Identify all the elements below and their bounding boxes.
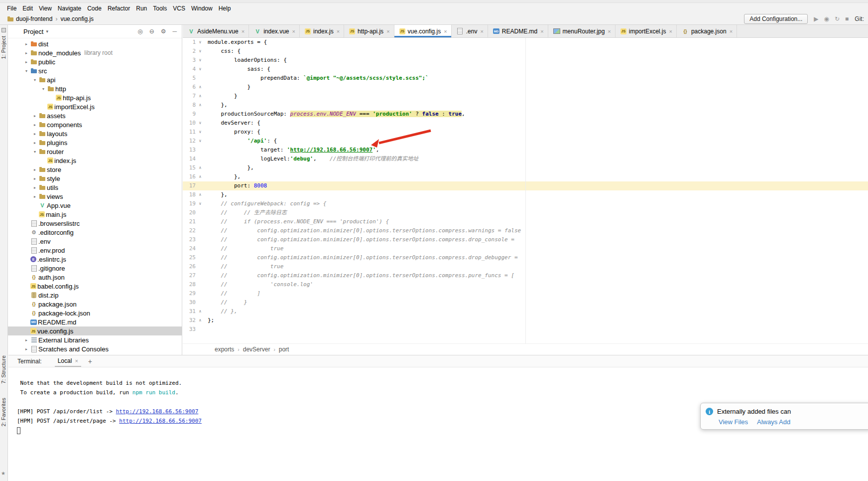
project-panel-title[interactable]: Project <box>23 28 43 35</box>
chevron-icon[interactable]: ▸ <box>32 167 38 172</box>
editor-tab-http-api-js[interactable]: JShttp-api.js× <box>344 25 394 37</box>
fold-icon[interactable]: ∨ <box>196 65 205 74</box>
chevron-icon[interactable]: ▸ <box>32 123 38 127</box>
add-terminal-icon[interactable]: + <box>88 357 92 365</box>
menu-window[interactable]: Window <box>188 4 216 13</box>
favorites-star-icon[interactable]: ★ <box>1 471 5 476</box>
settings-icon[interactable]: ⚙ <box>161 28 166 35</box>
terminal-link[interactable]: http://192.168.66.56:9007 <box>116 408 199 415</box>
chevron-icon[interactable]: ▾ <box>40 87 46 91</box>
stripe-project-button[interactable]: 1: Project <box>0 36 6 59</box>
chevron-icon[interactable]: ▸ <box>32 114 38 118</box>
view-files-link[interactable]: View Files <box>719 418 748 426</box>
tree-item-scratches-and-consoles[interactable]: ▸Scratches and Consoles <box>8 344 182 353</box>
menu-file[interactable]: File <box>4 4 19 13</box>
tab-close-icon[interactable]: × <box>292 28 295 34</box>
tree-item-editorconfig[interactable]: ⚙.editorconfig <box>8 228 182 237</box>
fold-icon[interactable]: ∨ <box>196 56 205 65</box>
editor-tab-asidemenu-vue[interactable]: VAsideMenu.vue× <box>183 25 249 37</box>
tree-item-views[interactable]: ▸views <box>8 192 182 201</box>
stripe-structure-button[interactable]: 7: Structure <box>0 355 6 384</box>
run-icon[interactable]: ▶ <box>814 15 818 22</box>
tree-item-package-lock-json[interactable]: {}package-lock.json <box>8 309 182 318</box>
add-configuration-button[interactable]: Add Configuration... <box>744 14 808 24</box>
tab-close-icon[interactable]: × <box>730 28 733 34</box>
tree-item-node-modules[interactable]: ▸node_moduleslibrary root <box>8 48 182 57</box>
tree-item-env-prod[interactable]: .env.prod <box>8 246 182 255</box>
fold-icon[interactable]: ∨ <box>196 119 205 128</box>
breadcrumb-project[interactable]: duoji-frontend <box>16 15 52 22</box>
terminal-link[interactable]: http://192.168.66.56:9007 <box>119 418 202 424</box>
editor-tab-index-vue[interactable]: Vindex.vue× <box>249 25 300 37</box>
tab-close-icon[interactable]: × <box>337 28 340 34</box>
rerun-icon[interactable]: ↻ <box>835 15 840 22</box>
tab-close-icon[interactable]: × <box>75 358 78 364</box>
chevron-icon[interactable]: ▸ <box>32 132 38 136</box>
chevron-icon[interactable]: ▾ <box>32 78 38 82</box>
stop-icon[interactable]: ■ <box>845 15 849 22</box>
chevron-icon[interactable]: ▸ <box>32 194 38 199</box>
fold-icon[interactable]: ∨ <box>196 38 205 47</box>
chevron-down-icon[interactable]: ▾ <box>46 29 48 34</box>
tree-item-components[interactable]: ▸components <box>8 120 182 129</box>
menu-navigate[interactable]: Navigate <box>55 4 84 13</box>
tree-item-babel-config-js[interactable]: JSbabel.config.js <box>8 282 182 291</box>
tree-item-layouts[interactable]: ▸layouts <box>8 129 182 138</box>
fold-icon[interactable]: ∨ <box>196 137 205 146</box>
tree-item-vue-config-js[interactable]: JSvue.config.js <box>8 326 182 335</box>
editor-tab-package-json[interactable]: {}package.json× <box>677 25 737 37</box>
chevron-icon[interactable]: ▸ <box>23 60 29 64</box>
menu-tools[interactable]: Tools <box>150 4 170 13</box>
breadcrumb-exports[interactable]: exports <box>215 346 234 353</box>
breadcrumb-devserver[interactable]: devServer <box>243 346 270 353</box>
debug-icon[interactable]: ◉ <box>824 15 829 22</box>
tree-item-api[interactable]: ▾api <box>8 75 182 84</box>
breadcrumb-port[interactable]: port <box>279 346 289 353</box>
menu-help[interactable]: Help <box>216 4 234 13</box>
tree-item-index-js[interactable]: JSindex.js <box>8 156 182 165</box>
chevron-icon[interactable]: ▸ <box>32 176 38 181</box>
tab-close-icon[interactable]: × <box>242 28 245 34</box>
tree-item-browserslistrc[interactable]: .browserslistrc <box>8 219 182 228</box>
menu-code[interactable]: Code <box>84 4 105 13</box>
fold-icon[interactable]: ∧ <box>196 83 205 92</box>
chevron-icon[interactable]: ▸ <box>32 141 38 145</box>
editor-tab-vue-config-js[interactable]: JSvue.config.js× <box>394 25 452 37</box>
fold-icon[interactable]: ∧ <box>196 163 205 172</box>
tree-item-plugins[interactable]: ▸plugins <box>8 138 182 147</box>
terminal-tab-local[interactable]: Local × <box>55 356 81 367</box>
fold-icon[interactable]: ∨ <box>196 199 205 208</box>
tree-item-main-js[interactable]: JSmain.js <box>8 210 182 219</box>
fold-icon[interactable]: ∧ <box>196 92 205 101</box>
menu-refactor[interactable]: Refactor <box>105 4 133 13</box>
collapse-all-icon[interactable]: ⊖ <box>149 28 154 35</box>
menu-run[interactable]: Run <box>133 4 150 13</box>
hide-panel-icon[interactable]: ─ <box>172 28 177 35</box>
editor-tab-index-js[interactable]: JSindex.js× <box>300 25 344 37</box>
tree-item-app-vue[interactable]: VApp.vue <box>8 201 182 210</box>
fold-icon[interactable]: ∧ <box>196 172 205 181</box>
tree-item-dist-zip[interactable]: dist.zip <box>8 291 182 300</box>
menu-view[interactable]: View <box>36 4 55 13</box>
tab-close-icon[interactable]: × <box>444 28 447 34</box>
locate-file-icon[interactable]: ◎ <box>137 28 142 35</box>
chevron-icon[interactable]: ▸ <box>23 51 29 55</box>
editor-tab-importexcel-js[interactable]: JSimportExcel.js× <box>616 25 677 37</box>
tree-item-store[interactable]: ▸store <box>8 165 182 174</box>
chevron-icon[interactable]: ▸ <box>32 185 38 190</box>
tree-item-http[interactable]: ▾http <box>8 84 182 93</box>
tree-item-utils[interactable]: ▸utils <box>8 183 182 192</box>
tree-item-gitignore[interactable]: .gitignore <box>8 264 182 273</box>
fold-icon[interactable]: ∧ <box>196 101 205 110</box>
editor-tab-env[interactable]: .env× <box>452 25 488 37</box>
tree-item-eslintrc-js[interactable]: E.eslintrc.js <box>8 255 182 264</box>
always-add-link[interactable]: Always Add <box>757 418 790 426</box>
tab-close-icon[interactable]: × <box>386 28 389 34</box>
tree-item-src[interactable]: ▾src <box>8 66 182 75</box>
fold-icon[interactable]: ∨ <box>196 128 205 137</box>
editor-tab-readme-md[interactable]: MDREADME.md× <box>488 25 548 37</box>
fold-icon[interactable]: ∧ <box>196 316 205 325</box>
chevron-icon[interactable]: ▸ <box>23 338 29 342</box>
tab-close-icon[interactable]: × <box>608 28 611 34</box>
fold-icon[interactable]: ∧ <box>196 190 205 199</box>
